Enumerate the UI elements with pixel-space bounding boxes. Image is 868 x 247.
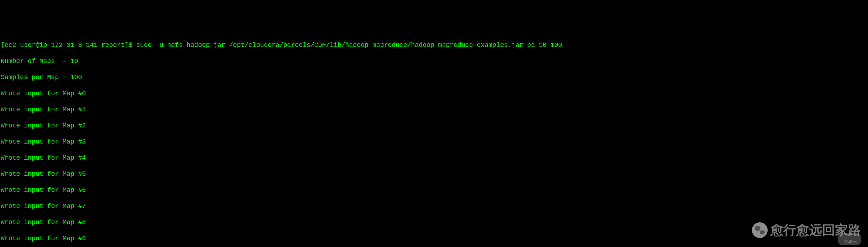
output-wrote-1: Wrote input for Map #1 [1, 106, 867, 114]
shell-prompt: [ec2-user@ip-172-31-8-141 report]$ [1, 42, 136, 49]
output-wrote-9: Wrote input for Map #9 [1, 234, 867, 243]
output-maps: Number of Maps = 10 [1, 57, 867, 66]
terminal-output: [ec2-user@ip-172-31-8-141 report]$ sudo … [1, 33, 867, 247]
output-wrote-6: Wrote input for Map #6 [1, 186, 867, 194]
output-wrote-5: Wrote input for Map #5 [1, 170, 867, 178]
output-wrote-7: Wrote input for Map #7 [1, 202, 867, 210]
output-wrote-3: Wrote input for Map #3 [1, 138, 867, 146]
output-wrote-4: Wrote input for Map #4 [1, 154, 867, 162]
output-wrote-2: Wrote input for Map #2 [1, 122, 867, 130]
bottom-watermark-text: 亿速云 [844, 239, 857, 244]
output-samples: Samples per Map = 100 [1, 73, 867, 82]
output-wrote-0: Wrote input for Map #0 [1, 89, 867, 98]
output-wrote-8: Wrote input for Map #8 [1, 218, 867, 227]
wechat-icon [752, 222, 768, 238]
bottom-watermark: 亿速云 [838, 233, 861, 245]
shell-command[interactable]: sudo -u hdfs hadoop jar /opt/cloudera/pa… [136, 42, 562, 49]
command-line: [ec2-user@ip-172-31-8-141 report]$ sudo … [1, 41, 867, 49]
